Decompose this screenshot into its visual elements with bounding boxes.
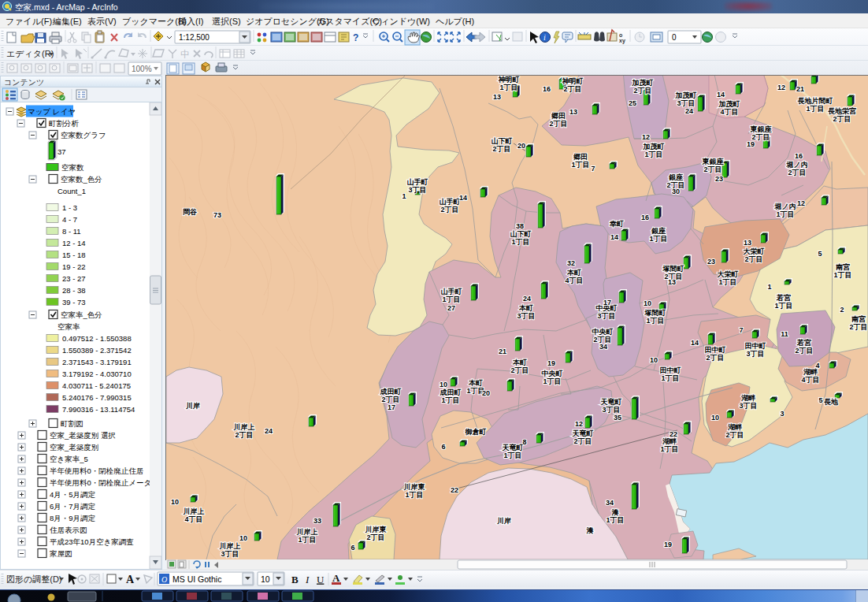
svg-text:2: 2 <box>840 306 844 314</box>
svg-text:3丁目: 3丁目 <box>739 402 757 410</box>
svg-text:3丁目: 3丁目 <box>597 312 615 320</box>
svg-text:1: 1 <box>767 283 771 291</box>
svg-text:19: 19 <box>664 541 672 548</box>
svg-text:2丁目: 2丁目 <box>235 431 253 439</box>
svg-text:東銀座: 東銀座 <box>702 158 725 165</box>
svg-text:1丁目: 1丁目 <box>644 150 662 158</box>
svg-text:12: 12 <box>797 199 805 207</box>
svg-text:23: 23 <box>707 258 715 266</box>
svg-text:成田町: 成田町 <box>380 388 402 396</box>
svg-text:1: 1 <box>402 192 406 200</box>
svg-text:21: 21 <box>796 85 804 93</box>
svg-text:73: 73 <box>213 211 221 219</box>
svg-text:御倉町: 御倉町 <box>465 428 487 436</box>
svg-text:1丁目: 1丁目 <box>606 516 624 524</box>
svg-text:10: 10 <box>650 356 658 364</box>
svg-text:39 - 73: 39 - 73 <box>62 298 86 307</box>
svg-text:川岸東: 川岸東 <box>403 483 426 491</box>
svg-text:住居表示図: 住居表示図 <box>50 526 87 534</box>
svg-text:13: 13 <box>493 93 501 101</box>
svg-text:2丁目: 2丁目 <box>703 165 721 173</box>
svg-text:中: 中 <box>180 49 190 60</box>
svg-text:2丁目: 2丁目 <box>549 120 567 128</box>
svg-text:35: 35 <box>614 414 621 422</box>
svg-text:田中町: 田中町 <box>705 346 726 354</box>
svg-text:空家_老築度別: 空家_老築度別 <box>50 443 98 452</box>
svg-text:12 - 14: 12 - 14 <box>62 239 86 247</box>
svg-text:12: 12 <box>575 420 583 428</box>
svg-text:23: 23 <box>715 175 723 183</box>
svg-text:14: 14 <box>610 233 618 241</box>
svg-text:17: 17 <box>603 299 611 307</box>
svg-text:22: 22 <box>451 486 458 494</box>
svg-text:8: 8 <box>522 438 526 446</box>
svg-text:o: o <box>619 32 622 38</box>
svg-text:山下町: 山下町 <box>510 230 532 238</box>
svg-text:本町: 本町 <box>468 379 483 387</box>
svg-text:6月・7月調定: 6月・7月調定 <box>50 502 96 511</box>
svg-text:郷田: 郷田 <box>551 112 566 120</box>
svg-text:27: 27 <box>447 304 455 312</box>
svg-text:1丁目: 1丁目 <box>660 445 678 453</box>
svg-text:堀ノ内: 堀ノ内 <box>785 161 807 169</box>
svg-text:中央町: 中央町 <box>542 370 563 377</box>
svg-text:川岸: 川岸 <box>496 517 511 525</box>
svg-text:30: 30 <box>672 188 680 195</box>
svg-text:7.990316 - 13.114754: 7.990316 - 13.114754 <box>62 405 135 414</box>
svg-text:34: 34 <box>606 499 614 507</box>
svg-text:町割分析: 町割分析 <box>49 119 80 128</box>
svg-text:湊: 湊 <box>586 526 595 534</box>
svg-text:20: 20 <box>517 142 525 150</box>
svg-text:19 - 22: 19 - 22 <box>62 262 86 271</box>
svg-text:1丁目: 1丁目 <box>718 278 736 286</box>
svg-text:1丁目: 1丁目 <box>511 238 529 246</box>
svg-text:10: 10 <box>239 534 247 542</box>
svg-text:半年使用料0・閉栓廃止住居: 半年使用料0・閉栓廃止住居 <box>50 466 143 475</box>
svg-text:天竜町: 天竜町 <box>572 429 594 437</box>
svg-text:8 - 11: 8 - 11 <box>62 227 81 236</box>
svg-text:7: 7 <box>591 165 595 173</box>
svg-text:堀ノ内: 堀ノ内 <box>773 203 796 210</box>
svg-text:11: 11 <box>781 330 788 338</box>
svg-text:田中町: 田中町 <box>660 366 681 374</box>
svg-text:33: 33 <box>313 517 321 525</box>
svg-text:1丁目: 1丁目 <box>543 377 561 385</box>
svg-text:幸町: 幸町 <box>609 220 624 228</box>
svg-text:1.550389 - 2.371542: 1.550389 - 2.371542 <box>62 346 132 355</box>
svg-text:郷田: 郷田 <box>573 153 588 161</box>
svg-text:16: 16 <box>795 152 803 160</box>
svg-text:2丁目: 2丁目 <box>725 431 744 439</box>
svg-text:12: 12 <box>642 133 650 141</box>
svg-text:神明町: 神明町 <box>562 77 584 85</box>
svg-text:大栄町: 大栄町 <box>718 270 739 278</box>
svg-text:1丁目: 1丁目 <box>442 295 460 303</box>
svg-text:A: A <box>126 574 135 585</box>
svg-text:15 - 18: 15 - 18 <box>62 251 86 259</box>
svg-text:2.371543 - 3.179191: 2.371543 - 3.179191 <box>62 358 132 366</box>
svg-text:10: 10 <box>644 299 651 307</box>
svg-text:湖畔: 湖畔 <box>727 423 743 431</box>
svg-text:4: 4 <box>815 362 819 370</box>
svg-text:川岸東: 川岸東 <box>365 526 388 533</box>
svg-text:U: U <box>317 574 325 585</box>
svg-text:空家率: 空家率 <box>57 322 80 331</box>
svg-text:1丁目: 1丁目 <box>503 452 521 459</box>
svg-text:xy: xy <box>619 38 625 44</box>
svg-text:東銀座: 東銀座 <box>750 125 773 133</box>
svg-text:13: 13 <box>744 239 751 247</box>
svg-text:16: 16 <box>543 85 551 93</box>
svg-text:12: 12 <box>777 84 785 91</box>
svg-text:空家率_色分: 空家率_色分 <box>61 310 102 319</box>
svg-text:Count_1: Count_1 <box>57 187 86 195</box>
svg-text:1丁目: 1丁目 <box>661 374 679 382</box>
svg-text:2丁目: 2丁目 <box>744 255 762 263</box>
svg-text:1丁目: 1丁目 <box>405 491 423 499</box>
svg-text:38: 38 <box>516 222 524 230</box>
svg-text:13: 13 <box>668 278 676 286</box>
svg-text:?: ? <box>353 32 358 43</box>
svg-text:7: 7 <box>739 326 743 334</box>
svg-text:2丁目: 2丁目 <box>573 437 592 445</box>
svg-text:14: 14 <box>459 194 467 202</box>
svg-text:空き家率_5: 空き家率_5 <box>50 455 88 463</box>
svg-text:空家数: 空家数 <box>61 163 84 172</box>
